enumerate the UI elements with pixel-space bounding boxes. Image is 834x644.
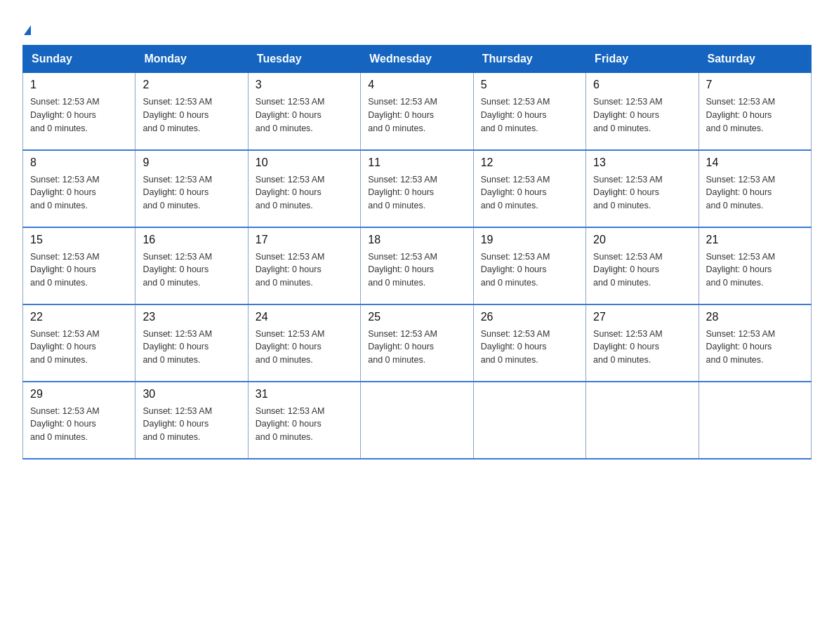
header-day-friday: Friday <box>586 46 699 73</box>
calendar-cell: 21Sunset: 12:53 AMDaylight: 0 hoursand 0… <box>699 227 811 304</box>
day-info: Sunset: 12:53 AMDaylight: 0 hoursand 0 m… <box>143 328 240 367</box>
day-info: Sunset: 12:53 AMDaylight: 0 hoursand 0 m… <box>706 250 804 290</box>
calendar-cell: 8Sunset: 12:53 AMDaylight: 0 hoursand 0 … <box>23 150 135 227</box>
day-number: 7 <box>706 79 804 91</box>
day-info: Sunset: 12:53 AMDaylight: 0 hoursand 0 m… <box>706 328 804 367</box>
day-info: Sunset: 12:53 AMDaylight: 0 hoursand 0 m… <box>368 328 465 367</box>
day-number: 26 <box>481 311 578 323</box>
header-day-sunday: Sunday <box>23 46 135 73</box>
logo-triangle-icon <box>24 25 31 35</box>
day-info: Sunset: 12:53 AMDaylight: 0 hoursand 0 m… <box>30 95 128 135</box>
calendar-week-row: 15Sunset: 12:53 AMDaylight: 0 hoursand 0… <box>23 227 812 304</box>
calendar-week-row: 22Sunset: 12:53 AMDaylight: 0 hoursand 0… <box>23 304 812 382</box>
calendar-cell: 30Sunset: 12:53 AMDaylight: 0 hoursand 0… <box>135 382 248 459</box>
day-info: Sunset: 12:53 AMDaylight: 0 hoursand 0 m… <box>30 405 128 444</box>
day-number: 27 <box>593 311 691 323</box>
day-number: 8 <box>30 156 128 169</box>
day-info: Sunset: 12:53 AMDaylight: 0 hoursand 0 m… <box>30 173 128 213</box>
calendar-cell: 18Sunset: 12:53 AMDaylight: 0 hoursand 0… <box>361 227 473 304</box>
page-header <box>22 17 812 34</box>
calendar-cell: 4Sunset: 12:53 AMDaylight: 0 hoursand 0 … <box>361 73 473 150</box>
calendar-cell: 10Sunset: 12:53 AMDaylight: 0 hoursand 0… <box>248 150 360 227</box>
day-info: Sunset: 12:53 AMDaylight: 0 hoursand 0 m… <box>593 328 691 367</box>
calendar-cell: 20Sunset: 12:53 AMDaylight: 0 hoursand 0… <box>586 227 699 304</box>
day-info: Sunset: 12:53 AMDaylight: 0 hoursand 0 m… <box>143 173 240 213</box>
calendar-cell: 5Sunset: 12:53 AMDaylight: 0 hoursand 0 … <box>473 73 585 150</box>
day-number: 29 <box>30 388 128 401</box>
day-number: 5 <box>481 79 578 91</box>
day-info: Sunset: 12:53 AMDaylight: 0 hoursand 0 m… <box>256 173 353 213</box>
header-day-thursday: Thursday <box>473 46 585 73</box>
day-number: 16 <box>143 234 240 246</box>
header-day-wednesday: Wednesday <box>361 46 473 73</box>
calendar-week-row: 1Sunset: 12:53 AMDaylight: 0 hoursand 0 … <box>23 73 812 150</box>
day-info: Sunset: 12:53 AMDaylight: 0 hoursand 0 m… <box>256 328 353 367</box>
day-info: Sunset: 12:53 AMDaylight: 0 hoursand 0 m… <box>368 250 465 290</box>
calendar-cell: 25Sunset: 12:53 AMDaylight: 0 hoursand 0… <box>361 304 473 382</box>
calendar-cell: 23Sunset: 12:53 AMDaylight: 0 hoursand 0… <box>135 304 248 382</box>
calendar-cell: 13Sunset: 12:53 AMDaylight: 0 hoursand 0… <box>586 150 699 227</box>
calendar-cell: 6Sunset: 12:53 AMDaylight: 0 hoursand 0 … <box>586 73 699 150</box>
calendar-cell: 1Sunset: 12:53 AMDaylight: 0 hoursand 0 … <box>23 73 135 150</box>
calendar-cell: 16Sunset: 12:53 AMDaylight: 0 hoursand 0… <box>135 227 248 304</box>
day-number: 30 <box>143 388 240 401</box>
day-info: Sunset: 12:53 AMDaylight: 0 hoursand 0 m… <box>30 250 128 290</box>
day-number: 25 <box>368 311 465 323</box>
day-info: Sunset: 12:53 AMDaylight: 0 hoursand 0 m… <box>593 95 691 135</box>
calendar-cell: 15Sunset: 12:53 AMDaylight: 0 hoursand 0… <box>23 227 135 304</box>
day-info: Sunset: 12:53 AMDaylight: 0 hoursand 0 m… <box>368 95 465 135</box>
day-info: Sunset: 12:53 AMDaylight: 0 hoursand 0 m… <box>481 173 578 213</box>
day-info: Sunset: 12:53 AMDaylight: 0 hoursand 0 m… <box>143 95 240 135</box>
day-number: 12 <box>481 156 578 169</box>
day-number: 28 <box>706 311 804 323</box>
calendar-cell: 22Sunset: 12:53 AMDaylight: 0 hoursand 0… <box>23 304 135 382</box>
day-number: 31 <box>256 388 353 401</box>
calendar-week-row: 29Sunset: 12:53 AMDaylight: 0 hoursand 0… <box>23 382 812 459</box>
day-info: Sunset: 12:53 AMDaylight: 0 hoursand 0 m… <box>706 95 804 135</box>
day-number: 14 <box>706 156 804 169</box>
day-number: 22 <box>30 311 128 323</box>
day-number: 3 <box>256 79 353 91</box>
day-number: 6 <box>593 79 691 91</box>
day-info: Sunset: 12:53 AMDaylight: 0 hoursand 0 m… <box>593 173 691 213</box>
day-number: 4 <box>368 79 465 91</box>
day-number: 1 <box>30 79 128 91</box>
calendar-cell <box>586 382 699 459</box>
day-number: 11 <box>368 156 465 169</box>
calendar-cell: 19Sunset: 12:53 AMDaylight: 0 hoursand 0… <box>473 227 585 304</box>
calendar-cell: 24Sunset: 12:53 AMDaylight: 0 hoursand 0… <box>248 304 360 382</box>
day-number: 21 <box>706 234 804 246</box>
day-number: 17 <box>256 234 353 246</box>
day-info: Sunset: 12:53 AMDaylight: 0 hoursand 0 m… <box>143 405 240 444</box>
day-info: Sunset: 12:53 AMDaylight: 0 hoursand 0 m… <box>30 328 128 367</box>
calendar-cell <box>699 382 811 459</box>
calendar-cell: 9Sunset: 12:53 AMDaylight: 0 hoursand 0 … <box>135 150 248 227</box>
day-info: Sunset: 12:53 AMDaylight: 0 hoursand 0 m… <box>481 95 578 135</box>
day-number: 24 <box>256 311 353 323</box>
day-info: Sunset: 12:53 AMDaylight: 0 hoursand 0 m… <box>706 173 804 213</box>
day-info: Sunset: 12:53 AMDaylight: 0 hoursand 0 m… <box>256 405 353 444</box>
day-info: Sunset: 12:53 AMDaylight: 0 hoursand 0 m… <box>256 250 353 290</box>
calendar-cell: 7Sunset: 12:53 AMDaylight: 0 hoursand 0 … <box>699 73 811 150</box>
calendar-cell: 17Sunset: 12:53 AMDaylight: 0 hoursand 0… <box>248 227 360 304</box>
calendar-cell: 31Sunset: 12:53 AMDaylight: 0 hoursand 0… <box>248 382 360 459</box>
day-number: 10 <box>256 156 353 169</box>
calendar-cell: 28Sunset: 12:53 AMDaylight: 0 hoursand 0… <box>699 304 811 382</box>
day-number: 15 <box>30 234 128 246</box>
day-number: 9 <box>143 156 240 169</box>
calendar-cell: 29Sunset: 12:53 AMDaylight: 0 hoursand 0… <box>23 382 135 459</box>
day-info: Sunset: 12:53 AMDaylight: 0 hoursand 0 m… <box>481 328 578 367</box>
calendar-cell: 11Sunset: 12:53 AMDaylight: 0 hoursand 0… <box>361 150 473 227</box>
day-info: Sunset: 12:53 AMDaylight: 0 hoursand 0 m… <box>368 173 465 213</box>
header-day-tuesday: Tuesday <box>248 46 360 73</box>
calendar-cell: 26Sunset: 12:53 AMDaylight: 0 hoursand 0… <box>473 304 585 382</box>
logo <box>22 17 31 34</box>
day-info: Sunset: 12:53 AMDaylight: 0 hoursand 0 m… <box>143 250 240 290</box>
calendar-cell: 12Sunset: 12:53 AMDaylight: 0 hoursand 0… <box>473 150 585 227</box>
day-number: 23 <box>143 311 240 323</box>
day-number: 13 <box>593 156 691 169</box>
calendar-cell: 2Sunset: 12:53 AMDaylight: 0 hoursand 0 … <box>135 73 248 150</box>
logo-general-line <box>22 17 31 39</box>
header-day-saturday: Saturday <box>699 46 811 73</box>
calendar-header-row: SundayMondayTuesdayWednesdayThursdayFrid… <box>23 46 812 73</box>
